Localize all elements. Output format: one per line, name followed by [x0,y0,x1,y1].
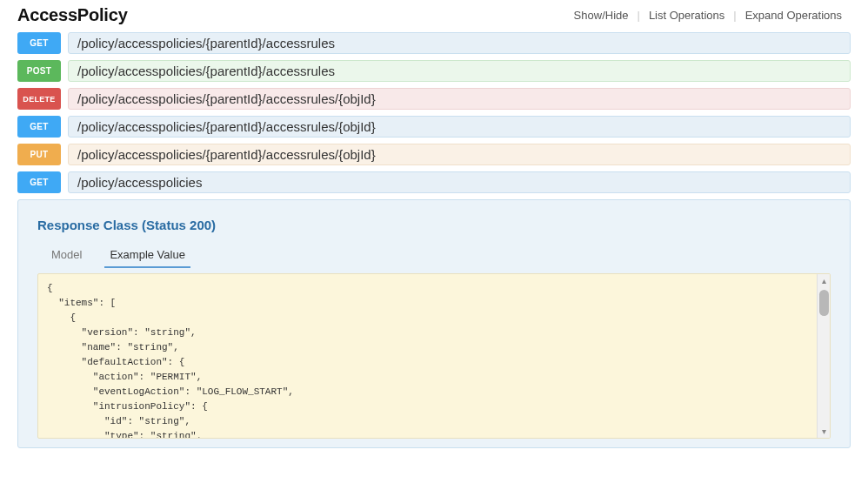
endpoint-path[interactable]: /policy/accesspolicies [68,171,851,193]
response-class-heading: Response Class (Status 200) [37,218,831,232]
section-header: AccessPolicy Show/Hide | List Operations… [17,0,851,32]
endpoint-row[interactable]: GET/policy/accesspolicies/{parentId}/acc… [17,32,851,54]
endpoint-row[interactable]: GET/policy/accesspolicies/{parentId}/acc… [17,116,851,138]
http-method-badge[interactable]: GET [17,32,61,54]
http-method-badge[interactable]: PUT [17,144,61,165]
response-tabs: Model Example Value [37,245,831,268]
endpoint-path[interactable]: /policy/accesspolicies/{parentId}/access… [68,60,851,82]
page-title: AccessPolicy [17,5,128,25]
endpoint-path[interactable]: /policy/accesspolicies/{parentId}/access… [68,144,851,165]
scrollbar-track[interactable]: ▴ ▾ [817,274,830,438]
expanded-operation-panel: Response Class (Status 200) Model Exampl… [17,199,851,448]
expand-operations-link[interactable]: Expand Operations [737,9,851,22]
http-method-badge[interactable]: GET [17,171,61,193]
scroll-thumb[interactable] [819,290,829,316]
endpoint-row[interactable]: POST/policy/accesspolicies/{parentId}/ac… [17,60,851,82]
tab-example-value[interactable]: Example Value [104,245,190,268]
http-method-badge[interactable]: POST [17,60,61,82]
example-code[interactable]: { "items": [ { "version": "string", "nam… [38,274,830,438]
endpoint-path[interactable]: /policy/accesspolicies/{parentId}/access… [68,116,851,138]
endpoint-path[interactable]: /policy/accesspolicies/{parentId}/access… [68,88,851,110]
http-method-badge[interactable]: DELETE [17,88,61,110]
scroll-up-icon[interactable]: ▴ [818,274,831,287]
endpoint-row[interactable]: DELETE/policy/accesspolicies/{parentId}/… [17,88,851,110]
example-code-wrap: { "items": [ { "version": "string", "nam… [37,273,831,439]
endpoint-row[interactable]: GET/policy/accesspolicies [17,171,851,193]
tab-model[interactable]: Model [46,245,87,268]
endpoint-row[interactable]: PUT/policy/accesspolicies/{parentId}/acc… [17,144,851,165]
scroll-down-icon[interactable]: ▾ [818,425,831,438]
header-actions: Show/Hide | List Operations | Expand Ope… [565,9,851,22]
show-hide-link[interactable]: Show/Hide [565,9,638,22]
http-method-badge[interactable]: GET [17,116,61,138]
list-operations-link[interactable]: List Operations [640,9,733,22]
endpoint-path[interactable]: /policy/accesspolicies/{parentId}/access… [68,32,851,54]
endpoint-list: GET/policy/accesspolicies/{parentId}/acc… [17,32,851,193]
